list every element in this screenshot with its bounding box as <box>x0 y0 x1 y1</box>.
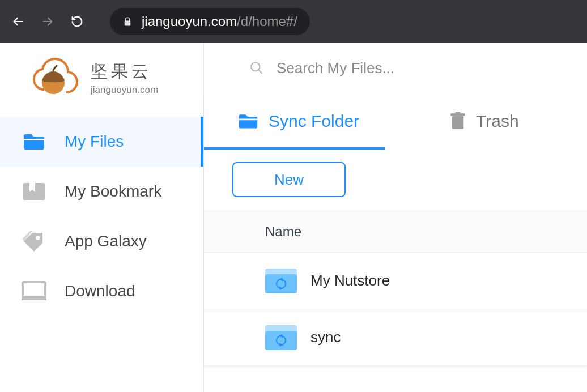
tab-trash[interactable]: Trash <box>444 112 525 131</box>
search-icon <box>249 61 264 75</box>
svg-point-8 <box>251 62 260 71</box>
sidebar-item-my-files[interactable]: My Files <box>0 117 203 167</box>
sidebar: 坚果云 jianguoyun.com My Files My Bookmark … <box>0 43 204 392</box>
new-button[interactable]: New <box>232 162 346 197</box>
folder-icon <box>22 129 46 154</box>
svg-rect-13 <box>456 112 461 114</box>
sidebar-item-app-galaxy[interactable]: App Galaxy <box>0 216 203 266</box>
trash-icon <box>450 112 466 130</box>
folder-icon <box>238 113 258 130</box>
brand-logo: 坚果云 jianguoyun.com <box>0 43 203 117</box>
file-name: My Nutstore <box>310 272 390 289</box>
monitor-icon <box>22 279 46 304</box>
address-bar[interactable]: jianguoyun.com/d/home#/ <box>110 8 310 35</box>
lock-icon <box>122 16 133 27</box>
sidebar-item-my-bookmark[interactable]: My Bookmark <box>0 167 203 216</box>
sidebar-item-download[interactable]: Download <box>0 266 203 316</box>
column-header-name[interactable]: Name <box>204 211 587 253</box>
tab-sync-folder[interactable]: Sync Folder <box>232 112 365 131</box>
search-input[interactable] <box>277 59 514 77</box>
nut-logo-icon <box>33 58 82 97</box>
file-row[interactable]: sync <box>204 309 587 366</box>
reload-button[interactable] <box>70 15 84 28</box>
url-text: jianguoyun.com/d/home#/ <box>142 14 297 29</box>
sync-folder-icon <box>265 269 297 293</box>
sidebar-item-label: My Bookmark <box>65 182 161 201</box>
file-name: sync <box>310 329 341 346</box>
forward-button[interactable] <box>41 15 54 28</box>
back-button[interactable] <box>11 15 25 28</box>
sidebar-item-label: Download <box>65 282 135 300</box>
svg-rect-3 <box>24 139 44 140</box>
logo-text-cn: 坚果云 <box>91 60 158 83</box>
main-content: Sync Folder Trash New Name My Nutstore <box>204 43 587 392</box>
file-row[interactable]: My Nutstore <box>204 253 587 309</box>
svg-rect-11 <box>452 116 464 129</box>
svg-rect-7 <box>22 297 46 300</box>
tag-icon <box>22 229 46 254</box>
sidebar-item-label: My Files <box>65 133 124 151</box>
svg-rect-10 <box>239 119 257 121</box>
search-bar <box>204 43 587 93</box>
tab-label: Sync Folder <box>269 112 359 131</box>
sync-folder-icon <box>265 325 297 350</box>
svg-line-9 <box>258 70 262 74</box>
svg-point-5 <box>36 236 40 240</box>
logo-text-en: jianguoyun.com <box>91 84 158 96</box>
tab-label: Trash <box>476 112 519 131</box>
browser-chrome: jianguoyun.com/d/home#/ <box>0 0 587 43</box>
sidebar-item-label: App Galaxy <box>65 232 147 250</box>
svg-rect-6 <box>23 282 45 297</box>
tabs: Sync Folder Trash <box>204 93 587 150</box>
bookmark-icon <box>22 179 46 204</box>
